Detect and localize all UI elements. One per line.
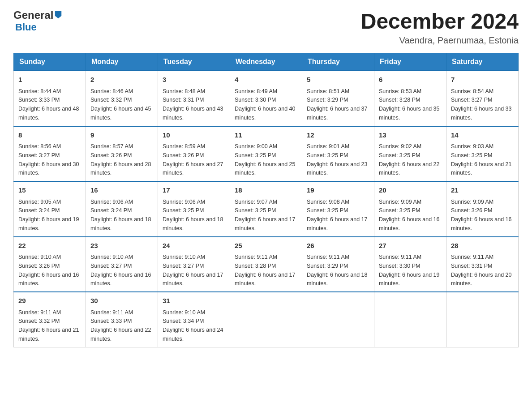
sunset-info: Sunset: 3:25 PM <box>163 207 204 214</box>
weekday-header-friday: Friday <box>374 53 446 71</box>
daylight-info: Daylight: 6 hours and 43 minutes. <box>163 106 223 121</box>
calendar-day-cell: 17Sunrise: 9:06 AMSunset: 3:25 PMDayligh… <box>158 181 230 237</box>
sunrise-info: Sunrise: 9:09 AM <box>379 199 421 205</box>
sunset-info: Sunset: 3:25 PM <box>451 152 492 158</box>
day-number: 18 <box>235 185 297 196</box>
daylight-info: Daylight: 6 hours and 24 minutes. <box>163 327 223 342</box>
weekday-header-sunday: Sunday <box>14 53 86 71</box>
calendar-day-cell: 26Sunrise: 9:11 AMSunset: 3:29 PMDayligh… <box>302 237 374 292</box>
sunrise-info: Sunrise: 9:07 AM <box>235 199 277 205</box>
sunset-info: Sunset: 3:33 PM <box>90 318 132 324</box>
sunset-info: Sunset: 3:32 PM <box>18 318 60 324</box>
calendar-day-cell: 1Sunrise: 8:44 AMSunset: 3:33 PMDaylight… <box>14 71 86 126</box>
sunrise-info: Sunrise: 9:10 AM <box>163 309 205 316</box>
daylight-info: Daylight: 6 hours and 17 minutes. <box>235 272 296 287</box>
logo-blue-text: Blue <box>15 21 37 33</box>
sunset-info: Sunset: 3:28 PM <box>379 97 420 103</box>
calendar-week-row: 1Sunrise: 8:44 AMSunset: 3:33 PMDaylight… <box>14 71 519 126</box>
sunset-info: Sunset: 3:27 PM <box>90 263 132 269</box>
day-number: 22 <box>18 241 81 251</box>
daylight-info: Daylight: 6 hours and 17 minutes. <box>235 216 296 231</box>
calendar-day-cell: 29Sunrise: 9:11 AMSunset: 3:32 PMDayligh… <box>14 292 86 347</box>
daylight-info: Daylight: 6 hours and 21 minutes. <box>18 327 79 342</box>
daylight-info: Daylight: 6 hours and 16 minutes. <box>451 216 512 231</box>
daylight-info: Daylight: 6 hours and 16 minutes. <box>18 272 79 287</box>
sunset-info: Sunset: 3:27 PM <box>163 263 204 269</box>
sunrise-info: Sunrise: 9:02 AM <box>379 143 421 150</box>
sunset-info: Sunset: 3:25 PM <box>235 152 276 158</box>
sunset-info: Sunset: 3:29 PM <box>307 263 348 269</box>
calendar-day-cell: 8Sunrise: 8:56 AMSunset: 3:27 PMDaylight… <box>14 126 86 182</box>
weekday-header-row: SundayMondayTuesdayWednesdayThursdayFrid… <box>14 53 519 71</box>
daylight-info: Daylight: 6 hours and 19 minutes. <box>18 216 79 231</box>
daylight-info: Daylight: 6 hours and 33 minutes. <box>451 106 512 121</box>
weekday-header-wednesday: Wednesday <box>230 53 302 71</box>
day-number: 8 <box>18 130 81 141</box>
sunrise-info: Sunrise: 9:06 AM <box>163 199 205 205</box>
day-number: 15 <box>18 185 81 196</box>
day-number: 9 <box>90 130 153 141</box>
day-number: 16 <box>90 185 153 196</box>
calendar-week-row: 8Sunrise: 8:56 AMSunset: 3:27 PMDaylight… <box>14 126 519 182</box>
daylight-info: Daylight: 6 hours and 17 minutes. <box>163 272 223 287</box>
sunset-info: Sunset: 3:34 PM <box>163 318 204 324</box>
daylight-info: Daylight: 6 hours and 18 minutes. <box>90 216 151 231</box>
logo-general-text: General <box>13 9 53 21</box>
sunrise-info: Sunrise: 9:00 AM <box>235 143 277 150</box>
calendar-day-cell: 19Sunrise: 9:08 AMSunset: 3:25 PMDayligh… <box>302 181 374 237</box>
day-number: 25 <box>235 241 297 251</box>
sunrise-info: Sunrise: 8:48 AM <box>163 88 205 94</box>
day-number: 1 <box>18 75 81 85</box>
sunset-info: Sunset: 3:33 PM <box>18 97 60 103</box>
daylight-info: Daylight: 6 hours and 16 minutes. <box>90 272 151 287</box>
daylight-info: Daylight: 6 hours and 37 minutes. <box>307 106 368 121</box>
daylight-info: Daylight: 6 hours and 40 minutes. <box>235 106 296 121</box>
sunrise-info: Sunrise: 9:11 AM <box>451 254 493 260</box>
calendar-day-cell: 11Sunrise: 9:00 AMSunset: 3:25 PMDayligh… <box>230 126 302 182</box>
day-number: 3 <box>163 75 225 85</box>
day-number: 5 <box>307 75 369 85</box>
calendar-day-cell: 4Sunrise: 8:49 AMSunset: 3:30 PMDaylight… <box>230 71 302 126</box>
sunset-info: Sunset: 3:30 PM <box>235 97 276 103</box>
day-number: 12 <box>307 130 369 141</box>
calendar-day-cell: 24Sunrise: 9:10 AMSunset: 3:27 PMDayligh… <box>158 237 230 292</box>
sunrise-info: Sunrise: 9:03 AM <box>451 143 493 150</box>
weekday-header-thursday: Thursday <box>302 53 374 71</box>
calendar-day-cell: 20Sunrise: 9:09 AMSunset: 3:25 PMDayligh… <box>374 181 446 237</box>
calendar-day-cell: 3Sunrise: 8:48 AMSunset: 3:31 PMDaylight… <box>158 71 230 126</box>
sunset-info: Sunset: 3:24 PM <box>90 207 132 214</box>
calendar-day-cell: 6Sunrise: 8:53 AMSunset: 3:28 PMDaylight… <box>374 71 446 126</box>
calendar-day-cell: 10Sunrise: 8:59 AMSunset: 3:26 PMDayligh… <box>158 126 230 182</box>
sunset-info: Sunset: 3:26 PM <box>18 263 60 269</box>
calendar-day-cell: 27Sunrise: 9:11 AMSunset: 3:30 PMDayligh… <box>374 237 446 292</box>
daylight-info: Daylight: 6 hours and 17 minutes. <box>307 216 368 231</box>
sunrise-info: Sunrise: 9:01 AM <box>307 143 349 150</box>
sunrise-info: Sunrise: 8:54 AM <box>451 88 493 94</box>
day-number: 17 <box>163 185 225 196</box>
sunrise-info: Sunrise: 8:57 AM <box>90 143 133 150</box>
daylight-info: Daylight: 6 hours and 16 minutes. <box>379 216 440 231</box>
sunset-info: Sunset: 3:26 PM <box>451 207 492 214</box>
sunrise-info: Sunrise: 8:44 AM <box>18 88 61 94</box>
day-number: 29 <box>18 296 81 306</box>
sunset-info: Sunset: 3:25 PM <box>307 207 348 214</box>
daylight-info: Daylight: 6 hours and 35 minutes. <box>379 106 440 121</box>
page-header: General Blue December 2024 Vaendra, Paer… <box>13 9 519 46</box>
daylight-info: Daylight: 6 hours and 30 minutes. <box>18 161 79 176</box>
svg-marker-0 <box>55 11 61 18</box>
day-number: 13 <box>379 130 442 141</box>
logo-arrow-icon <box>54 10 62 20</box>
sunset-info: Sunset: 3:28 PM <box>235 263 276 269</box>
sunrise-info: Sunrise: 8:46 AM <box>90 88 133 94</box>
month-title: December 2024 <box>361 9 519 34</box>
sunrise-info: Sunrise: 9:10 AM <box>163 254 205 260</box>
daylight-info: Daylight: 6 hours and 21 minutes. <box>451 161 512 176</box>
sunrise-info: Sunrise: 8:56 AM <box>18 143 61 150</box>
day-number: 20 <box>379 185 442 196</box>
day-number: 11 <box>235 130 297 141</box>
day-number: 7 <box>451 75 514 85</box>
sunrise-info: Sunrise: 9:11 AM <box>307 254 349 260</box>
day-number: 31 <box>163 296 225 306</box>
day-number: 21 <box>451 185 514 196</box>
calendar-day-cell: 25Sunrise: 9:11 AMSunset: 3:28 PMDayligh… <box>230 237 302 292</box>
